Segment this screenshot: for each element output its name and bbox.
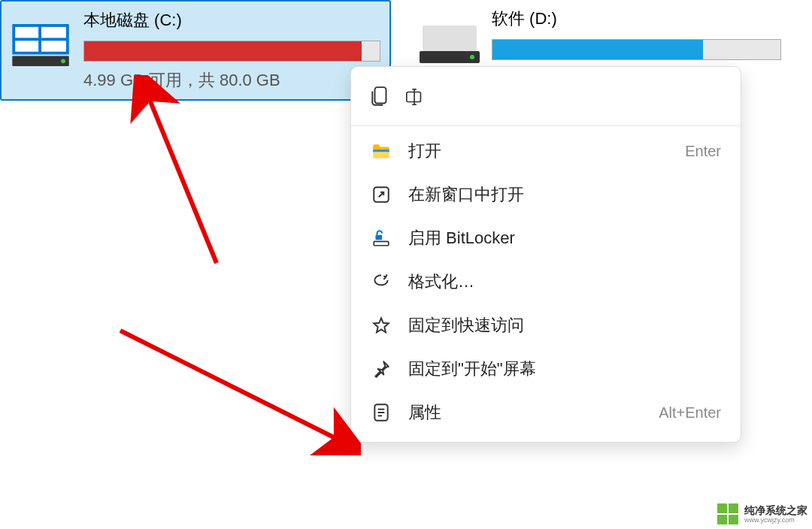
menu-label: 在新窗口中打开 bbox=[408, 183, 721, 206]
drive-label: 软件 (D:) bbox=[492, 8, 781, 30]
svg-rect-18 bbox=[374, 241, 389, 245]
watermark: 纯净系统之家 www.ycwjzy.com bbox=[717, 503, 807, 524]
drive-status: 4.99 GB 可用，共 80.0 GB bbox=[83, 69, 380, 92]
watermark-sub: www.ycwjzy.com bbox=[744, 516, 807, 524]
folder-open-icon bbox=[371, 141, 392, 162]
drive-icon bbox=[419, 21, 480, 68]
format-icon bbox=[371, 271, 392, 292]
menu-item-open[interactable]: 打开 Enter bbox=[351, 129, 741, 173]
svg-rect-3 bbox=[15, 41, 38, 52]
menu-item-pin-quick-access[interactable]: 固定到快速访问 bbox=[351, 304, 741, 347]
annotation-arrow-bottom bbox=[113, 323, 361, 458]
svg-line-24 bbox=[120, 331, 346, 443]
capacity-fill bbox=[84, 41, 362, 61]
watermark-icon bbox=[717, 503, 738, 524]
annotation-arrow-top bbox=[126, 75, 224, 271]
open-external-icon bbox=[371, 184, 392, 205]
menu-shortcut: Alt+Enter bbox=[659, 404, 721, 422]
menu-label: 格式化… bbox=[408, 271, 721, 293]
capacity-bar bbox=[83, 41, 380, 62]
star-icon bbox=[371, 315, 392, 336]
svg-rect-17 bbox=[375, 235, 382, 240]
capacity-fill bbox=[492, 40, 703, 59]
capacity-bar bbox=[492, 39, 781, 60]
context-menu: 打开 Enter 在新窗口中打开 启用 BitLocker bbox=[350, 66, 741, 443]
pin-icon bbox=[371, 358, 392, 379]
menu-label: 固定到"开始"屏幕 bbox=[408, 358, 721, 380]
menu-divider bbox=[351, 125, 741, 126]
properties-icon bbox=[371, 402, 392, 423]
menu-item-pin-start[interactable]: 固定到"开始"屏幕 bbox=[351, 347, 741, 391]
svg-line-23 bbox=[145, 89, 217, 263]
menu-label: 属性 bbox=[408, 401, 642, 424]
svg-rect-11 bbox=[407, 92, 421, 102]
menu-item-bitlocker[interactable]: 启用 BitLocker bbox=[351, 216, 741, 260]
menu-shortcut: Enter bbox=[685, 143, 721, 160]
svg-rect-7 bbox=[423, 26, 477, 51]
drive-label: 本地磁盘 (C:) bbox=[83, 9, 380, 32]
menu-label: 打开 bbox=[408, 140, 668, 162]
menu-item-properties[interactable]: 属性 Alt+Enter bbox=[351, 391, 741, 434]
svg-rect-15 bbox=[373, 150, 389, 152]
svg-rect-1 bbox=[15, 27, 38, 38]
copy-button[interactable] bbox=[371, 85, 390, 109]
menu-label: 启用 BitLocker bbox=[408, 227, 721, 249]
menu-item-open-new-window[interactable]: 在新窗口中打开 bbox=[351, 173, 741, 216]
bitlocker-icon bbox=[371, 228, 392, 249]
svg-rect-2 bbox=[41, 27, 66, 38]
drive-c[interactable]: 本地磁盘 (C:) 4.99 GB 可用，共 80.0 GB bbox=[0, 0, 391, 101]
menu-item-format[interactable]: 格式化… bbox=[351, 260, 741, 304]
svg-rect-5 bbox=[12, 56, 68, 67]
menu-toolbar bbox=[351, 74, 741, 122]
windows-drive-icon bbox=[11, 23, 72, 69]
svg-point-6 bbox=[61, 59, 65, 63]
menu-label: 固定到快速访问 bbox=[408, 314, 721, 337]
svg-rect-10 bbox=[375, 87, 386, 103]
svg-rect-4 bbox=[41, 41, 66, 52]
svg-point-9 bbox=[470, 55, 474, 59]
rename-button[interactable] bbox=[405, 85, 425, 109]
watermark-title: 纯净系统之家 bbox=[744, 504, 807, 517]
